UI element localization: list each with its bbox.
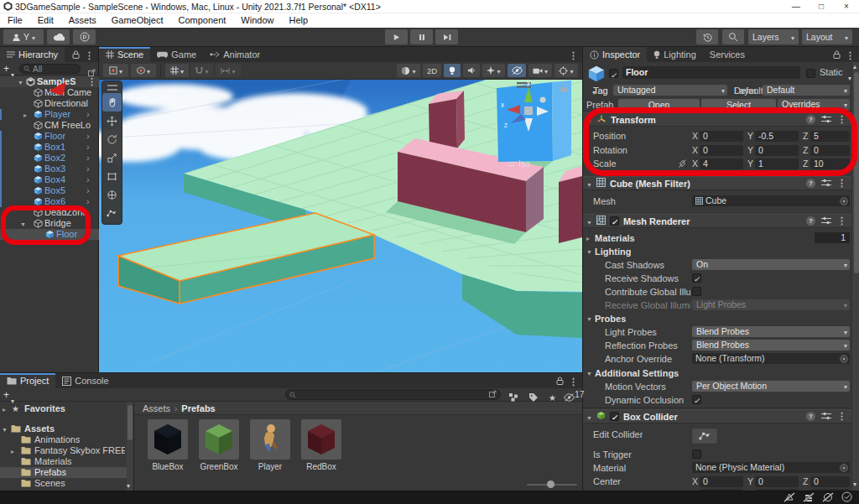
rotation-y-field[interactable]: 0 [755,145,799,156]
kebab-menu-icon[interactable] [837,178,846,189]
create-button[interactable]: + [3,63,9,75]
component-enabled-checkbox[interactable] [610,412,619,421]
inspector-scrollbar[interactable] [851,62,859,491]
tree-row-materials[interactable]: Materials [0,456,128,467]
cloud-button[interactable] [47,29,70,44]
thumbnail-zoom-slider[interactable] [527,481,577,489]
hierarchy-row-deadzone[interactable]: DeadZone [0,207,99,218]
play-button[interactable] [385,29,408,44]
tree-row-animations[interactable]: Animations [0,434,128,445]
materials-row[interactable]: Materials 1 [583,232,859,244]
hierarchy-row-box3[interactable]: Box3 [0,164,99,174]
foldout-icon[interactable] [586,313,592,323]
tool-handle-pivot-dropdown[interactable] [103,64,128,77]
anchor-override-field[interactable]: None (Transform) [692,353,850,364]
hierarchy-tree[interactable]: SampleS Main Came Directional Player CM [0,75,99,372]
hierarchy-row-box5[interactable]: Box5 [0,185,99,196]
kebab-menu-icon[interactable] [837,114,846,125]
foldout-icon[interactable] [586,216,592,226]
rotate-tool-button[interactable] [102,130,122,148]
prefab-open-arrow[interactable] [86,185,90,195]
tree-row-favorites[interactable]: Favorites [0,403,128,414]
tree-row-assets[interactable]: Assets [0,423,128,434]
box-right-maroon[interactable] [559,166,582,243]
foldout-icon[interactable] [20,218,26,228]
edit-collider-button[interactable] [692,429,717,444]
scene-visibility-toggle[interactable] [508,64,526,77]
hierarchy-row-directional-light[interactable]: Directional [0,98,99,109]
foldout-icon[interactable] [586,115,592,125]
tab-hierarchy[interactable]: Hierarchy [0,47,65,62]
project-search-input[interactable] [285,389,501,400]
search-picker-icon[interactable] [489,390,497,399]
console-errors-muted-icon[interactable] [822,491,834,504]
kebab-menu-icon[interactable] [837,216,846,226]
kebab-menu-icon[interactable] [846,47,855,62]
breadcrumb-current[interactable]: Prefabs [181,403,215,413]
search-button[interactable] [722,29,744,44]
custom-tool-button[interactable] [102,204,122,222]
kebab-menu-icon[interactable] [85,47,94,62]
presets-icon[interactable] [821,412,831,422]
hierarchy-row-box2[interactable]: Box2 [0,153,99,164]
scroll-down-icon[interactable] [853,475,856,490]
center-y-field[interactable]: 0 [755,476,799,487]
asset-bluebox[interactable]: BlueBox [143,419,193,471]
scale-y-field[interactable]: 1 [755,158,799,169]
is-trigger-checkbox[interactable] [692,449,701,459]
drag-handle[interactable] [107,85,117,91]
menu-assets[interactable]: Assets [61,13,104,28]
tree-scrollbar[interactable] [127,402,133,491]
layers-dropdown[interactable]: Layers [748,29,799,44]
mesh-filter-header[interactable]: Cube (Mesh Filter) [583,176,859,190]
gizmo-center-cube[interactable] [524,107,533,115]
constrain-proportions-icon[interactable] [678,159,687,169]
rect-tool-button[interactable] [102,167,122,185]
menu-window[interactable]: Window [233,13,281,28]
2d-toggle[interactable]: 2D [423,64,441,77]
foldout-icon[interactable] [586,246,592,256]
prefab-open-arrow[interactable] [86,164,90,174]
expand-icon[interactable] [11,445,14,455]
hierarchy-row-floor[interactable]: Floor [0,131,99,142]
tab-project[interactable]: Project [0,373,55,388]
close-button[interactable]: × [834,0,859,13]
component-enabled-checkbox[interactable] [610,216,619,226]
prefab-open-arrow[interactable] [86,229,90,239]
tab-animator[interactable]: Animator [203,47,267,62]
prefab-open-arrow[interactable] [86,174,90,184]
lock-icon[interactable] [72,47,80,62]
prefab-open-arrow[interactable] [86,196,90,206]
foldout-icon[interactable] [586,367,592,377]
scale-z-field[interactable]: 10 [810,158,850,169]
contribute-gi-checkbox[interactable] [692,287,701,296]
snap-toggle[interactable] [191,64,213,77]
tab-lighting[interactable]: Lighting [647,47,703,62]
lock-icon[interactable] [833,47,841,62]
mesh-renderer-header[interactable]: Mesh Renderer [583,214,859,228]
prefab-open-button[interactable]: Open [618,99,700,111]
transform-tool-button[interactable] [102,185,122,204]
camera-settings-dropdown[interactable] [528,64,552,77]
minimize-button[interactable]: — [784,0,809,13]
grid-visibility-dropdown[interactable] [165,64,189,77]
pause-button[interactable] [410,29,433,44]
tool-handle-rotation-dropdown[interactable] [131,64,156,77]
lock-icon[interactable] [556,373,564,388]
materials-count-field[interactable]: 1 [815,232,850,243]
tree-row-fantasy-skybox[interactable]: Fantasy Skybox FREE [0,445,128,456]
move-tool-button[interactable] [102,112,122,130]
shading-mode-dropdown[interactable] [397,64,420,77]
tab-scene[interactable]: Scene [99,47,150,62]
menu-file[interactable]: File [0,13,30,28]
prefab-open-arrow[interactable] [86,131,90,141]
scale-x-field[interactable]: 4 [700,158,743,169]
rotation-z-field[interactable]: 0 [810,145,850,156]
projection-mode-toggle[interactable]: Iso [508,158,530,169]
menu-help[interactable]: Help [281,13,315,28]
hierarchy-row-player[interactable]: Player [0,109,99,120]
expand-icon[interactable] [3,403,6,413]
presets-icon[interactable] [821,115,831,125]
effects-dropdown[interactable] [482,64,505,77]
tree-row-prefabs[interactable]: Prefabs [0,467,128,478]
